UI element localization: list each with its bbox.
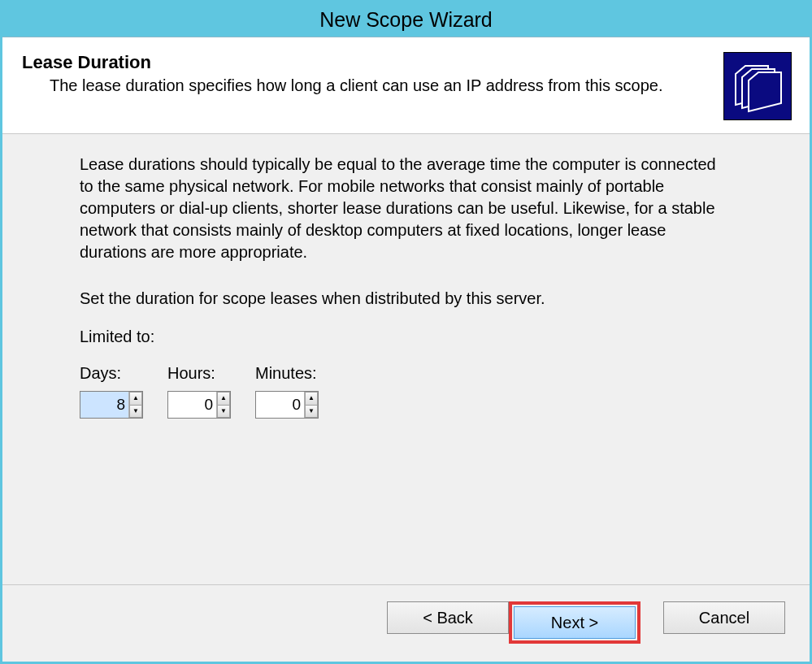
next-highlight: Next > — [509, 601, 640, 644]
hours-spinner: ▲ ▼ — [167, 391, 231, 419]
page-title: Lease Duration — [22, 52, 715, 73]
duration-spinners: Days: ▲ ▼ Hours: ▲ — [80, 362, 777, 419]
description-paragraph-1: Lease durations should typically be equa… — [80, 154, 730, 263]
minutes-down-button[interactable]: ▼ — [305, 405, 318, 419]
minutes-input[interactable] — [256, 392, 304, 418]
content-area: Lease durations should typically be equa… — [2, 134, 810, 584]
back-next-group: < Back Next > — [387, 601, 640, 644]
header-text: Lease Duration The lease duration specif… — [20, 52, 715, 95]
days-down-button[interactable]: ▼ — [129, 405, 142, 419]
hours-group: Hours: ▲ ▼ — [167, 362, 231, 419]
window-title: New Scope Wizard — [319, 8, 493, 32]
wizard-header: Lease Duration The lease duration specif… — [2, 37, 810, 134]
days-group: Days: ▲ ▼ — [80, 362, 143, 419]
title-bar: New Scope Wizard — [2, 2, 810, 37]
back-button[interactable]: < Back — [387, 601, 509, 634]
page-subtitle: The lease duration specifies how long a … — [50, 76, 715, 95]
days-spin-buttons: ▲ ▼ — [128, 392, 142, 418]
hours-input[interactable] — [168, 392, 216, 418]
minutes-spinner: ▲ ▼ — [255, 391, 319, 419]
minutes-spin-buttons: ▲ ▼ — [304, 392, 318, 418]
description-paragraph-2: Set the duration for scope leases when d… — [80, 288, 730, 310]
minutes-group: Minutes: ▲ ▼ — [255, 362, 319, 419]
days-label: Days: — [80, 362, 143, 384]
days-input[interactable] — [80, 392, 128, 418]
client-area: Lease Duration The lease duration specif… — [2, 37, 810, 662]
hours-up-button[interactable]: ▲ — [217, 392, 230, 405]
hours-label: Hours: — [167, 362, 231, 384]
days-up-button[interactable]: ▲ — [129, 392, 142, 405]
minutes-label: Minutes: — [255, 362, 319, 384]
hours-spin-buttons: ▲ ▼ — [216, 392, 230, 418]
wizard-footer: < Back Next > Cancel — [2, 584, 810, 662]
days-spinner: ▲ ▼ — [80, 391, 143, 419]
limited-to-label: Limited to: — [80, 326, 777, 348]
cancel-button[interactable]: Cancel — [663, 601, 785, 634]
hours-down-button[interactable]: ▼ — [217, 405, 230, 419]
wizard-window: New Scope Wizard Lease Duration The leas… — [0, 0, 812, 664]
next-button[interactable]: Next > — [514, 606, 636, 639]
folder-icon — [723, 52, 792, 120]
minutes-up-button[interactable]: ▲ — [305, 392, 318, 405]
